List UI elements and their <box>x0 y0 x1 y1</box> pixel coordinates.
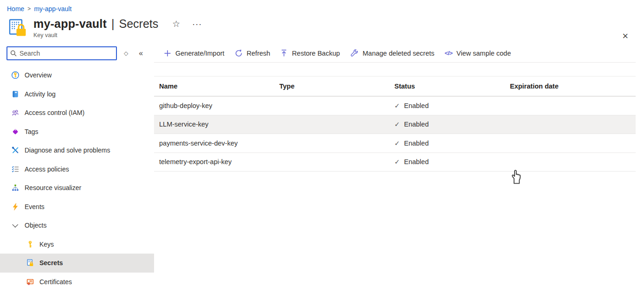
page-title-resource: my-app-vault <box>33 17 107 31</box>
status-label: Enabled <box>404 102 429 109</box>
sidebar-item-label: Events <box>25 203 45 210</box>
toolbar-button-label: View sample code <box>457 50 511 57</box>
page-title-divider: | <box>111 17 115 31</box>
secret-name: telemetry-export-api-key <box>154 158 274 165</box>
sidebar-item-events[interactable]: Events <box>0 197 154 216</box>
code-icon: </> <box>444 50 452 57</box>
resource-visualizer-icon <box>11 184 19 192</box>
sidebar-item-label: Keys <box>39 241 54 248</box>
page-header: my-app-vault | Secrets ☆ ··· Key vault × <box>0 13 644 39</box>
search-box <box>6 46 117 60</box>
breadcrumb: Home > my-app-vault <box>0 0 644 13</box>
sidebar-item-label: Secrets <box>39 259 63 267</box>
restore-backup-button[interactable]: Restore Backup <box>275 45 345 61</box>
access-control-icon <box>11 108 19 117</box>
column-header-expiration-date[interactable]: Expiration date <box>505 83 636 90</box>
sidebar: ◇ « Overview <box>0 46 154 291</box>
column-header-name[interactable]: Name <box>154 83 274 90</box>
toolbar-button-label: Generate/Import <box>175 50 225 57</box>
toolbar-button-label: Refresh <box>247 50 270 57</box>
sidebar-item-label: Resource visualizer <box>25 184 81 191</box>
sidebar-item-secrets[interactable]: Secrets <box>0 254 154 273</box>
check-icon: ✓ <box>394 140 400 147</box>
diagnose-tools-icon <box>11 146 19 154</box>
sidebar-item-objects[interactable]: Objects <box>0 216 154 235</box>
sidebar-item-label: Overview <box>25 71 52 79</box>
sidebar-item-label: Objects <box>25 222 46 229</box>
secret-name: github-deploy-key <box>154 102 274 109</box>
sidebar-item-label: Certificates <box>39 278 72 286</box>
secret-status: ✓ Enabled <box>389 121 505 128</box>
title-block: my-app-vault | Secrets ☆ ··· Key vault <box>33 17 202 38</box>
certificates-icon <box>26 278 34 286</box>
view-sample-code-button[interactable]: </> View sample code <box>439 45 516 61</box>
toolbar-button-label: Manage deleted secrets <box>363 50 435 57</box>
secret-status: ✓ Enabled <box>389 140 505 147</box>
breadcrumb-home-link[interactable]: Home <box>7 5 24 13</box>
table-row[interactable]: payments-service-dev-key ✓ Enabled <box>154 134 636 153</box>
access-policies-icon <box>11 165 19 173</box>
secrets-table: Name Type Status Expiration date github-… <box>154 76 636 172</box>
plus-icon <box>164 50 171 57</box>
check-icon: ✓ <box>394 121 400 128</box>
sidebar-item-label: Tags <box>25 128 39 135</box>
sidebar-collapse-icon[interactable]: « <box>139 49 143 57</box>
sidebar-item-label: Activity log <box>25 90 56 98</box>
close-blade-icon[interactable]: × <box>622 31 628 41</box>
sidebar-item-resource-visualizer[interactable]: Resource visualizer <box>0 178 154 197</box>
search-icon <box>10 50 17 57</box>
secrets-main-panel: Generate/Import Refresh Restore Backup <box>154 46 644 291</box>
status-label: Enabled <box>404 140 429 147</box>
table-header-row: Name Type Status Expiration date <box>154 76 636 96</box>
sidebar-item-activity-log[interactable]: Activity log <box>0 85 154 104</box>
sidebar-search-row: ◇ « <box>0 46 154 61</box>
sidebar-item-diagnose[interactable]: Diagnose and solve problems <box>0 141 154 160</box>
secret-status: ✓ Enabled <box>389 102 505 109</box>
manage-deleted-secrets-button[interactable]: Manage deleted secrets <box>345 45 440 61</box>
column-header-type[interactable]: Type <box>274 83 389 90</box>
breadcrumb-separator: > <box>27 6 31 12</box>
secret-name: payments-service-dev-key <box>154 140 274 147</box>
table-row[interactable]: github-deploy-key ✓ Enabled <box>154 96 636 115</box>
refresh-button[interactable]: Refresh <box>230 45 276 61</box>
favorite-star-icon[interactable]: ☆ <box>172 19 180 28</box>
more-options-icon[interactable]: ··· <box>192 20 202 28</box>
blade-layout: ◇ « Overview <box>0 46 644 291</box>
sidebar-nav: Overview Activity log <box>0 66 154 291</box>
page-title-section: Secrets <box>119 17 158 31</box>
sidebar-item-keys[interactable]: Keys <box>0 235 154 254</box>
wrench-icon <box>350 49 359 57</box>
keys-icon <box>26 240 34 248</box>
chevron-down-icon <box>11 221 19 229</box>
breadcrumb-current-link[interactable]: my-app-vault <box>34 5 71 13</box>
overview-icon <box>11 71 19 79</box>
sidebar-item-label: Diagnose and solve problems <box>25 146 110 154</box>
check-icon: ✓ <box>394 158 400 165</box>
key-vault-icon <box>6 18 28 39</box>
sidebar-item-certificates[interactable]: Certificates <box>0 273 154 292</box>
search-input[interactable] <box>19 50 113 57</box>
resource-type-label: Key vault <box>33 32 202 38</box>
tags-icon <box>11 127 19 136</box>
column-header-status[interactable]: Status <box>389 83 505 90</box>
sidebar-resize-icon[interactable]: ◇ <box>124 50 128 57</box>
secret-status: ✓ Enabled <box>389 158 505 165</box>
sidebar-item-access-control-iam[interactable]: Access control (IAM) <box>0 103 154 122</box>
generate-import-button[interactable]: Generate/Import <box>159 45 230 61</box>
secrets-icon <box>26 259 34 267</box>
toolbar-button-label: Restore Backup <box>292 50 340 57</box>
sidebar-item-overview[interactable]: Overview <box>0 66 154 85</box>
status-label: Enabled <box>404 121 429 128</box>
status-label: Enabled <box>404 158 429 165</box>
events-icon <box>11 203 19 211</box>
sidebar-item-access-policies[interactable]: Access policies <box>0 160 154 179</box>
table-row[interactable]: telemetry-export-api-key ✓ Enabled <box>154 153 636 172</box>
sidebar-item-label: Access policies <box>25 165 69 173</box>
table-row[interactable]: LLM-service-key ✓ Enabled <box>154 115 636 134</box>
activity-log-icon <box>11 90 19 98</box>
command-bar: Generate/Import Refresh Restore Backup <box>154 44 636 63</box>
secret-name: LLM-service-key <box>154 121 274 128</box>
check-icon: ✓ <box>394 102 400 109</box>
sidebar-item-tags[interactable]: Tags <box>0 122 154 141</box>
upload-arrow-icon <box>280 49 288 57</box>
